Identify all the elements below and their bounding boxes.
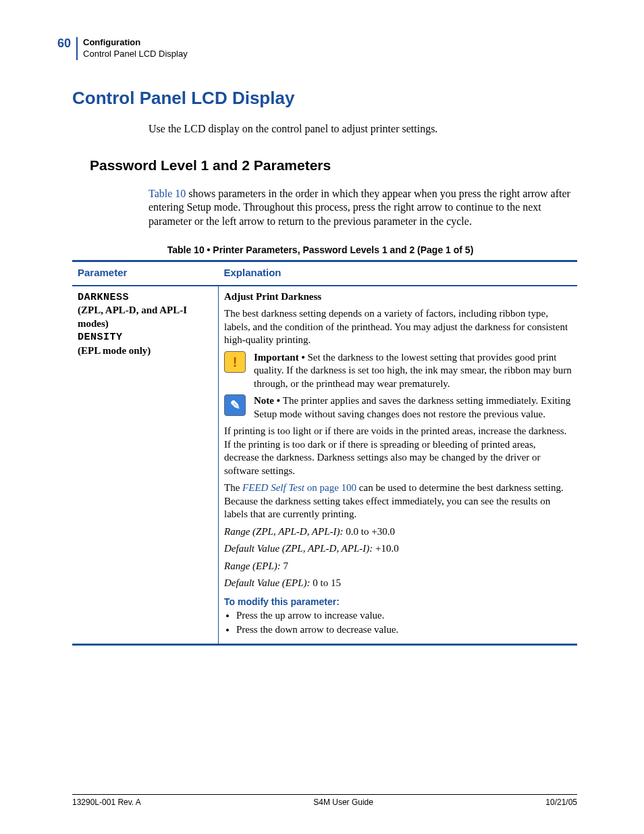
default-zpl: Default Value (ZPL, APL-D, APL-I): +10.0 bbox=[224, 542, 572, 556]
exp-p3: The FEED Self Test on page 100 can be us… bbox=[224, 481, 572, 521]
important-icon: ! bbox=[224, 351, 246, 373]
feed-self-test-link[interactable]: FEED Self Test bbox=[242, 482, 304, 493]
note-label: Note • bbox=[254, 395, 283, 406]
important-label: Important • bbox=[254, 352, 307, 363]
section-body: Table 10 shows parameters in the order i… bbox=[149, 187, 580, 229]
note-callout: ✎ Note • The printer applies and saves t… bbox=[224, 394, 572, 421]
footer-right: 10/21/05 bbox=[545, 798, 577, 808]
header-divider bbox=[76, 37, 78, 60]
list-item: Press the down arrow to decrease value. bbox=[236, 623, 572, 637]
parameters-table: Parameter Explanation DARKNESS (ZPL, APL… bbox=[72, 260, 577, 646]
exp-p2: If printing is too light or if there are… bbox=[224, 425, 572, 477]
table-ref-link[interactable]: Table 10 bbox=[149, 188, 186, 199]
param-lcd-darkness: DARKNESS bbox=[78, 292, 129, 303]
important-text: Important • Set the darkness to the lowe… bbox=[254, 351, 572, 391]
modify-heading: To modify this parameter: bbox=[224, 596, 572, 608]
header-chapter: Configuration bbox=[83, 37, 140, 47]
table-header-row: Parameter Explanation bbox=[72, 261, 577, 286]
header-section: Control Panel LCD Display bbox=[83, 49, 188, 59]
param-sub-1: (ZPL, APL-D, and APL-I modes) bbox=[78, 305, 187, 329]
section-title: Password Level 1 and 2 Parameters bbox=[90, 156, 583, 174]
note-icon: ✎ bbox=[224, 394, 246, 416]
range-zpl: Range (ZPL, APL-D, APL-I): 0.0 to +30.0 bbox=[224, 525, 572, 539]
range-epl: Range (EPL): 7 bbox=[224, 560, 572, 573]
note-text: Note • The printer applies and saves the… bbox=[254, 394, 572, 421]
page-header: 60 Configuration Control Panel LCD Displ… bbox=[57, 37, 583, 60]
footer-left: 13290L-001 Rev. A bbox=[72, 798, 141, 808]
list-item: Press the up arrow to increase value. bbox=[236, 609, 572, 623]
col-explanation: Explanation bbox=[219, 261, 578, 286]
important-callout: ! Important • Set the darkness to the lo… bbox=[224, 351, 572, 391]
page-100-link[interactable]: on page 100 bbox=[304, 482, 356, 493]
col-parameter: Parameter bbox=[72, 261, 219, 286]
page-footer: 13290L-001 Rev. A S4M User Guide 10/21/0… bbox=[72, 794, 577, 808]
note-body: The printer applies and saves the darkne… bbox=[254, 395, 570, 419]
param-sub-2: (EPL mode only) bbox=[78, 345, 151, 356]
explanation-cell: Adjust Print Darkness The best darkness … bbox=[219, 286, 578, 645]
param-lcd-density: DENSITY bbox=[78, 332, 123, 343]
modify-list: Press the up arrow to increase value. Pr… bbox=[224, 609, 572, 637]
exp-title: Adjust Print Darkness bbox=[224, 291, 321, 302]
footer-center: S4M User Guide bbox=[313, 798, 373, 808]
table-caption: Table 10 • Printer Parameters, Password … bbox=[57, 244, 583, 256]
page-number: 60 bbox=[57, 36, 71, 51]
default-epl: Default Value (EPL): 0 to 15 bbox=[224, 577, 572, 590]
exp-p1: The best darkness setting depends on a v… bbox=[224, 307, 572, 347]
table-row: DARKNESS (ZPL, APL-D, and APL-I modes) D… bbox=[72, 286, 577, 645]
section-body-text: shows parameters in the order in which t… bbox=[149, 188, 570, 228]
intro-text: Use the LCD display on the control panel… bbox=[149, 122, 583, 136]
page-title: Control Panel LCD Display bbox=[72, 87, 583, 110]
parameter-cell: DARKNESS (ZPL, APL-D, and APL-I modes) D… bbox=[72, 286, 219, 645]
header-text: Configuration Control Panel LCD Display bbox=[83, 37, 188, 60]
